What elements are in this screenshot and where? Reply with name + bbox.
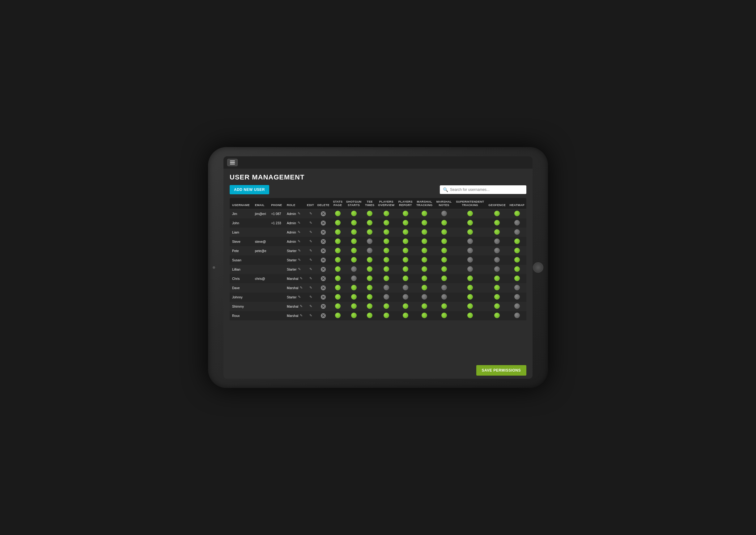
cell-marshal-notes[interactable] — [435, 218, 454, 228]
cell-stats-page[interactable] — [331, 246, 344, 255]
cell-tee-times[interactable] — [363, 255, 376, 265]
cell-players-overview[interactable] — [376, 274, 396, 283]
cell-delete[interactable]: ✕ — [316, 218, 331, 228]
cell-stats-page[interactable] — [331, 228, 344, 237]
cell-tee-times[interactable] — [363, 209, 376, 218]
cell-players-report[interactable] — [396, 237, 415, 246]
cell-shotgun-starts[interactable] — [344, 265, 363, 274]
cell-marshal-tracking[interactable] — [415, 228, 435, 237]
perm-dot[interactable] — [351, 313, 357, 318]
delete-icon[interactable]: ✕ — [321, 248, 326, 253]
edit-icon[interactable]: ✎ — [309, 267, 312, 271]
cell-marshal-tracking[interactable] — [415, 246, 435, 255]
perm-dot[interactable] — [403, 248, 408, 253]
cell-marshal-tracking[interactable] — [415, 293, 435, 302]
cell-marshal-notes[interactable] — [435, 283, 454, 293]
role-edit-icon[interactable]: ✎ — [300, 276, 303, 280]
cell-delete[interactable]: ✕ — [316, 283, 331, 293]
edit-icon[interactable]: ✎ — [309, 258, 312, 262]
edit-icon[interactable]: ✎ — [309, 286, 312, 290]
cell-superintendent-tracking[interactable] — [454, 265, 487, 274]
perm-dot[interactable] — [335, 275, 341, 281]
perm-dot[interactable] — [403, 303, 408, 309]
perm-dot[interactable] — [467, 257, 473, 263]
delete-icon[interactable]: ✕ — [321, 313, 326, 318]
role-edit-icon[interactable]: ✎ — [298, 239, 301, 243]
cell-marshal-notes[interactable] — [435, 302, 454, 311]
cell-players-report[interactable] — [396, 302, 415, 311]
cell-heatmap[interactable] — [508, 237, 526, 246]
role-edit-icon[interactable]: ✎ — [298, 211, 301, 215]
perm-dot[interactable] — [335, 257, 341, 263]
perm-dot[interactable] — [441, 229, 447, 235]
cell-shotgun-starts[interactable] — [344, 274, 363, 283]
perm-dot[interactable] — [403, 285, 408, 290]
cell-superintendent-tracking[interactable] — [454, 228, 487, 237]
perm-dot[interactable] — [335, 285, 341, 290]
perm-dot[interactable] — [351, 294, 357, 300]
perm-dot[interactable] — [467, 313, 473, 318]
cell-marshal-notes[interactable] — [435, 228, 454, 237]
cell-marshal-tracking[interactable] — [415, 218, 435, 228]
save-permissions-button[interactable]: SAVE PERMISSIONS — [476, 365, 526, 376]
cell-marshal-tracking[interactable] — [415, 265, 435, 274]
perm-dot[interactable] — [494, 239, 500, 244]
perm-dot[interactable] — [467, 294, 473, 300]
cell-delete[interactable]: ✕ — [316, 237, 331, 246]
cell-edit[interactable]: ✎ — [305, 218, 316, 228]
delete-icon[interactable]: ✕ — [321, 295, 326, 300]
cell-shotgun-starts[interactable] — [344, 293, 363, 302]
cell-stats-page[interactable] — [331, 302, 344, 311]
perm-dot[interactable] — [494, 257, 500, 263]
cell-geofence[interactable] — [486, 246, 508, 255]
cell-tee-times[interactable] — [363, 293, 376, 302]
cell-edit[interactable]: ✎ — [305, 274, 316, 283]
cell-shotgun-starts[interactable] — [344, 209, 363, 218]
cell-stats-page[interactable] — [331, 311, 344, 320]
cell-geofence[interactable] — [486, 228, 508, 237]
role-edit-icon[interactable]: ✎ — [298, 295, 301, 299]
delete-icon[interactable]: ✕ — [321, 211, 326, 216]
cell-geofence[interactable] — [486, 293, 508, 302]
cell-shotgun-starts[interactable] — [344, 302, 363, 311]
menu-button[interactable] — [227, 159, 238, 166]
role-edit-icon[interactable]: ✎ — [298, 221, 301, 225]
perm-dot[interactable] — [384, 220, 389, 225]
cell-marshal-notes[interactable] — [435, 246, 454, 255]
cell-players-overview[interactable] — [376, 302, 396, 311]
cell-edit[interactable]: ✎ — [305, 311, 316, 320]
delete-icon[interactable]: ✕ — [321, 285, 326, 290]
perm-dot[interactable] — [441, 313, 447, 318]
perm-dot[interactable] — [384, 248, 389, 253]
cell-tee-times[interactable] — [363, 246, 376, 255]
cell-marshal-tracking[interactable] — [415, 302, 435, 311]
cell-tee-times[interactable] — [363, 237, 376, 246]
cell-marshal-notes[interactable] — [435, 265, 454, 274]
perm-dot[interactable] — [403, 229, 408, 235]
cell-tee-times[interactable] — [363, 265, 376, 274]
cell-geofence[interactable] — [486, 311, 508, 320]
cell-heatmap[interactable] — [508, 274, 526, 283]
cell-players-report[interactable] — [396, 209, 415, 218]
perm-dot[interactable] — [441, 266, 447, 272]
perm-dot[interactable] — [335, 248, 341, 253]
search-input[interactable] — [450, 187, 523, 192]
cell-heatmap[interactable] — [508, 246, 526, 255]
perm-dot[interactable] — [384, 275, 389, 281]
cell-superintendent-tracking[interactable] — [454, 255, 487, 265]
perm-dot[interactable] — [441, 248, 447, 253]
cell-superintendent-tracking[interactable] — [454, 246, 487, 255]
cell-superintendent-tracking[interactable] — [454, 302, 487, 311]
perm-dot[interactable] — [422, 248, 427, 253]
cell-players-report[interactable] — [396, 311, 415, 320]
cell-stats-page[interactable] — [331, 237, 344, 246]
cell-heatmap[interactable] — [508, 283, 526, 293]
perm-dot[interactable] — [441, 303, 447, 309]
perm-dot[interactable] — [367, 303, 372, 309]
cell-edit[interactable]: ✎ — [305, 209, 316, 218]
perm-dot[interactable] — [467, 211, 473, 216]
cell-shotgun-starts[interactable] — [344, 218, 363, 228]
cell-edit[interactable]: ✎ — [305, 237, 316, 246]
delete-icon[interactable]: ✕ — [321, 276, 326, 281]
cell-heatmap[interactable] — [508, 265, 526, 274]
